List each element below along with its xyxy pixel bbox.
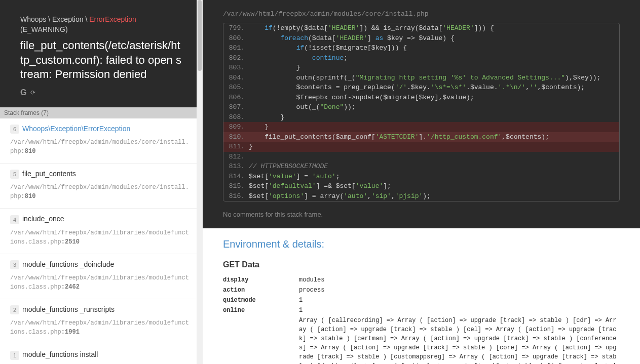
code-line: 812. — [223, 152, 619, 162]
data-value: 1 — [299, 296, 620, 305]
code-file-path: /var/www/html/freepbx/admin/modules/core… — [223, 10, 620, 18]
right-panel: /var/www/html/freepbx/admin/modules/core… — [203, 0, 640, 364]
code-line: 801. if(!isset($migrate[$key])) { — [223, 43, 619, 53]
frame-path: /var/www/html/freepbx/admin/libraries/mo… — [10, 228, 193, 247]
data-key: action — [223, 286, 299, 295]
no-comments-label: No comments for this stack frame. — [203, 207, 640, 228]
breadcrumb-exception: ErrorException — [89, 15, 136, 23]
code-line: 816.$set['options'] = array('auto','sip'… — [223, 191, 619, 201]
frame-number: 4 — [10, 215, 19, 224]
stack-frames-label: Stack frames (7) — [0, 107, 203, 118]
stack-frame[interactable]: 4include_once/var/www/html/freepbx/admin… — [0, 209, 203, 254]
line-code: } — [249, 112, 619, 123]
frame-path: /var/www/html/freepbx/admin/modules/core… — [10, 138, 191, 156]
code-line: 810. file_put_contents($amp_conf['ASTETC… — [223, 132, 619, 142]
line-number: 807. — [223, 102, 249, 112]
line-code: $freepbx_conf->update($migrate[$key],$va… — [249, 93, 619, 103]
left-scrollbar[interactable] — [197, 0, 203, 364]
code-line: 807. out(_("Done")); — [223, 102, 619, 112]
stack-frame[interactable]: 3module_functions _doinclude/var/www/htm… — [0, 254, 203, 299]
code-line: 808. } — [223, 112, 619, 123]
left-scrollbar-thumb[interactable] — [198, 0, 202, 71]
line-number: 800. — [223, 33, 249, 44]
stack-frame[interactable]: 5file_put_contents/var/www/html/freepbx/… — [0, 164, 203, 209]
line-code: } — [249, 122, 619, 132]
get-data-title: GET Data — [223, 260, 620, 269]
app-root: Whoops \ Exception \ ErrorException (E_W… — [0, 0, 640, 364]
help-icons: G ⟳ — [20, 88, 182, 97]
line-number: 802. — [223, 53, 249, 63]
line-number: 814. — [223, 172, 249, 182]
code-line: 805. $contents = preg_replace('/'.$key.'… — [223, 83, 619, 93]
data-value: 1 — [299, 306, 620, 315]
code-line: 806. $freepbx_conf->update($migrate[$key… — [223, 93, 619, 103]
code-block[interactable]: 799. if(!empty($data['HEADER']) && is_ar… — [223, 23, 620, 201]
data-value: process — [299, 286, 620, 295]
line-number: 813. — [223, 161, 249, 172]
frame-name: file_put_contents — [22, 170, 76, 178]
google-icon[interactable]: G — [20, 88, 26, 97]
line-number: 806. — [223, 93, 249, 103]
line-number: 816. — [223, 191, 249, 201]
line-code: } — [249, 142, 619, 152]
data-row: displaymodules — [223, 275, 620, 285]
code-line: 811.} — [223, 142, 619, 152]
breadcrumb: Whoops \ Exception \ ErrorException — [20, 15, 182, 23]
line-code: $set['defaultval'] =& $set['value']; — [249, 181, 619, 191]
line-number: 815. — [223, 181, 249, 191]
stack-frame[interactable]: 2module_functions _runscripts/var/www/ht… — [0, 299, 203, 344]
code-line: 809. } — [223, 122, 619, 132]
left-panel: Whoops \ Exception \ ErrorException (E_W… — [0, 0, 203, 364]
line-code: file_put_contents($amp_conf['ASTETCDIR']… — [249, 132, 619, 142]
data-value: Array ( [callrecording] => Array ( [acti… — [299, 316, 620, 364]
data-key — [223, 316, 299, 364]
frame-name: module_functions install — [22, 350, 98, 358]
code-header: /var/www/html/freepbx/admin/modules/core… — [203, 0, 640, 23]
line-code: } — [249, 63, 619, 73]
stack-frame[interactable]: 6Whoops\Exception\ErrorException/var/www… — [0, 118, 203, 164]
stack-frame[interactable]: 1module_functions install — [0, 344, 203, 364]
data-key: quietmode — [223, 296, 299, 305]
line-number: 809. — [223, 122, 249, 132]
frame-number: 2 — [10, 305, 19, 314]
error-message: file_put_contents(/etc/asterisk/http_cus… — [20, 38, 182, 82]
line-number: 810. — [223, 132, 249, 142]
line-code: // HTTPWEBSOCKETMODE — [249, 161, 619, 172]
breadcrumb-part-2: Exception — [52, 15, 83, 23]
get-data-rows: displaymodulesactionprocessquietmode1onl… — [223, 275, 620, 364]
loading-icon: ⟳ — [30, 89, 35, 96]
data-row: online1 — [223, 306, 620, 315]
frame-path: /var/www/html/freepbx/admin/libraries/mo… — [10, 318, 193, 337]
data-row: quietmode1 — [223, 296, 620, 305]
code-line: 815.$set['defaultval'] =& $set['value']; — [223, 181, 619, 191]
line-code: $set['value'] = 'auto'; — [249, 172, 619, 182]
line-code: $contents = preg_replace('/'.$key.'\s*=\… — [249, 83, 619, 93]
frame-number: 5 — [10, 170, 19, 179]
frame-name: module_functions _runscripts — [22, 305, 115, 313]
code-line: 800. foreach($data['HEADER'] as $key => … — [223, 33, 619, 44]
line-number: 799. — [223, 23, 249, 33]
line-number: 811. — [223, 142, 249, 152]
stack-frames-list[interactable]: 6Whoops\Exception\ErrorException/var/www… — [0, 118, 203, 364]
code-line: 802. continue; — [223, 53, 619, 63]
line-code: $set['options'] = array('auto','sip','pj… — [249, 191, 619, 201]
line-number: 801. — [223, 43, 249, 53]
frame-number: 6 — [10, 125, 19, 134]
data-key: online — [223, 306, 299, 315]
line-code: if(!empty($data['HEADER']) && is_array($… — [249, 23, 619, 33]
breadcrumb-part-1: Whoops — [20, 15, 46, 23]
line-code: out(_("Done")); — [249, 102, 619, 112]
error-level: (E_WARNING) — [20, 25, 182, 33]
code-line: 804. outn(sprintf(_("Migrating http sett… — [223, 73, 619, 83]
details-section: Environment & details: GET Data displaym… — [203, 228, 640, 364]
frame-name: Whoops\Exception\ErrorException — [22, 125, 130, 133]
line-number: 812. — [223, 152, 249, 162]
frame-path: /var/www/html/freepbx/admin/libraries/mo… — [10, 273, 193, 292]
code-line: 799. if(!empty($data['HEADER']) && is_ar… — [223, 23, 619, 33]
data-value: modules — [299, 275, 620, 285]
frame-name: module_functions _doinclude — [22, 260, 114, 268]
exception-header: Whoops \ Exception \ ErrorException (E_W… — [0, 0, 203, 107]
code-line: 813.// HTTPWEBSOCKETMODE — [223, 161, 619, 172]
line-code: continue; — [249, 53, 619, 63]
line-number: 805. — [223, 83, 249, 93]
